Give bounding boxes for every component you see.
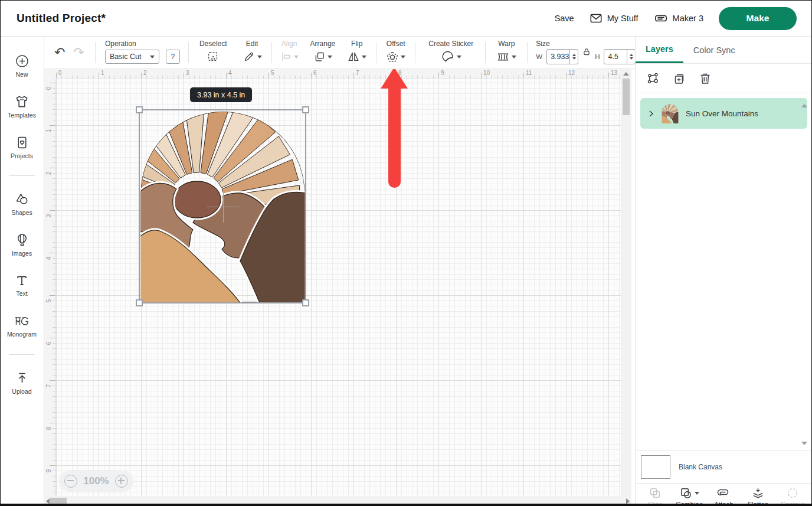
lock-icon[interactable] xyxy=(582,48,591,56)
flip-button[interactable] xyxy=(347,48,366,66)
project-card-icon xyxy=(15,135,30,150)
make-button[interactable]: Make xyxy=(719,7,797,30)
offset-label: Offset xyxy=(387,40,405,48)
panel-tabs: Layers Color Sync xyxy=(636,37,812,64)
sidebar-item-images[interactable]: Images xyxy=(1,228,42,260)
shapes-icon xyxy=(14,191,30,207)
flatten-icon xyxy=(751,487,765,500)
align-icon xyxy=(280,51,292,63)
operation-label: Operation xyxy=(105,40,136,48)
duplicate-button[interactable] xyxy=(672,71,686,86)
sticker-icon xyxy=(441,50,455,64)
operation-help-button[interactable]: ? xyxy=(166,50,180,64)
vertical-scroll-thumb[interactable] xyxy=(623,79,630,115)
trash-icon xyxy=(698,71,712,86)
plus-circle-icon xyxy=(15,54,30,68)
layer-actions-bar: Slice Combine Attach Flatten Contour xyxy=(636,483,812,506)
ruler-vertical: 0123456789 xyxy=(44,79,56,496)
attach-button[interactable]: Attach xyxy=(707,487,740,506)
undo-button[interactable]: ↶ xyxy=(54,45,65,60)
tshirt-icon xyxy=(14,94,30,109)
redo-button[interactable]: ↷ xyxy=(73,45,84,60)
save-button[interactable]: Save xyxy=(555,14,574,23)
layer-row-sun-over-mountains[interactable]: Sun Over Mountains xyxy=(640,98,807,129)
sidebar-item-projects[interactable]: Projects xyxy=(1,131,42,163)
project-title: Untitled Project* xyxy=(17,12,106,25)
layer-list-scroll-up[interactable] xyxy=(801,104,807,107)
layers-toolbar xyxy=(636,64,812,93)
create-sticker-button[interactable] xyxy=(441,48,461,66)
slice-button[interactable]: Slice xyxy=(639,487,672,506)
width-label: W xyxy=(536,53,542,60)
canvas-color-swatch[interactable] xyxy=(641,455,670,479)
tab-color-sync[interactable]: Color Sync xyxy=(683,37,745,63)
zoom-level: 100% xyxy=(83,475,109,487)
edit-label: Edit xyxy=(246,40,258,48)
contour-button[interactable]: Contour xyxy=(776,487,809,506)
canvas-horizontal-scrollbar[interactable] xyxy=(44,496,631,506)
sidebar-item-text[interactable]: Text xyxy=(1,269,42,301)
machine-selector[interactable]: Maker 3 xyxy=(654,12,703,25)
sidebar-item-new[interactable]: New xyxy=(1,50,42,81)
chevron-right-icon[interactable] xyxy=(647,110,655,117)
nav-divider xyxy=(9,175,35,176)
combine-button[interactable]: Combine xyxy=(673,487,706,506)
horizontal-scroll-thumb[interactable] xyxy=(50,498,67,504)
nav-divider xyxy=(9,354,35,355)
selection-handle-bottom-left[interactable] xyxy=(136,299,143,306)
deselect-icon xyxy=(207,50,220,63)
scroll-up-arrow[interactable] xyxy=(623,72,629,76)
text-icon xyxy=(15,273,29,288)
machine-icon xyxy=(654,12,668,25)
combine-icon xyxy=(679,487,693,500)
zoom-out-button[interactable] xyxy=(64,475,77,488)
contour-icon xyxy=(786,487,799,500)
scroll-left-arrow[interactable] xyxy=(46,498,50,504)
upload-icon xyxy=(15,371,30,386)
sidebar-item-monogram[interactable]: Monogram xyxy=(1,310,42,342)
deselect-button[interactable] xyxy=(207,48,220,66)
align-button[interactable] xyxy=(280,48,299,66)
flip-label: Flip xyxy=(351,40,362,48)
annotation-arrow xyxy=(381,67,408,89)
blank-canvas-row[interactable]: Blank Canvas xyxy=(636,450,812,483)
paperclip-icon xyxy=(716,486,731,500)
header: Untitled Project* Save My Stuff Maker 3 … xyxy=(0,0,812,37)
blank-canvas-label: Blank Canvas xyxy=(679,463,722,471)
zoom-in-button[interactable] xyxy=(115,475,128,488)
sidebar-item-upload[interactable]: Upload xyxy=(1,367,42,399)
height-input[interactable] xyxy=(604,49,636,64)
sidebar-item-shapes[interactable]: Shapes xyxy=(1,188,42,220)
group-icon xyxy=(646,71,660,86)
annotation-arrow xyxy=(388,86,401,188)
selection-handle-top-right[interactable] xyxy=(302,106,309,113)
offset-button[interactable] xyxy=(386,48,405,66)
create-sticker-label: Create Sticker xyxy=(428,40,473,48)
canvas-vertical-scrollbar[interactable] xyxy=(621,69,631,496)
selection-size-tooltip: 3.93 in x 4.5 in xyxy=(190,87,252,102)
duplicate-icon xyxy=(672,71,686,86)
arrange-button[interactable] xyxy=(313,48,332,66)
sidebar-item-templates[interactable]: Templates xyxy=(1,90,42,122)
selection-handle-top-left[interactable] xyxy=(136,106,143,113)
flatten-button[interactable]: Flatten xyxy=(742,487,775,506)
selection-handle-bottom-right[interactable] xyxy=(302,299,309,306)
layers-panel: Layers Color Sync Sun Over Mountains Bla… xyxy=(635,37,812,506)
layer-list-scroll-down[interactable] xyxy=(801,442,807,445)
width-stepper[interactable] xyxy=(569,50,578,64)
flip-icon xyxy=(347,50,360,63)
warp-button[interactable] xyxy=(496,48,516,66)
scroll-right-arrow[interactable] xyxy=(626,498,630,504)
delete-button[interactable] xyxy=(698,71,712,86)
tab-layers[interactable]: Layers xyxy=(636,37,683,63)
warp-icon xyxy=(496,50,510,64)
operation-select[interactable]: Basic Cut xyxy=(105,50,159,64)
my-stuff-button[interactable]: My Stuff xyxy=(590,12,639,25)
height-stepper[interactable] xyxy=(627,50,635,64)
zoom-control: 100% xyxy=(59,470,133,492)
edit-toolbar: ↶ ↷ Operation Basic Cut ? Deselect Edit … xyxy=(45,37,635,69)
arrange-icon xyxy=(313,51,326,63)
width-input[interactable] xyxy=(546,49,578,64)
group-button[interactable] xyxy=(646,71,660,86)
edit-button[interactable] xyxy=(243,48,262,66)
